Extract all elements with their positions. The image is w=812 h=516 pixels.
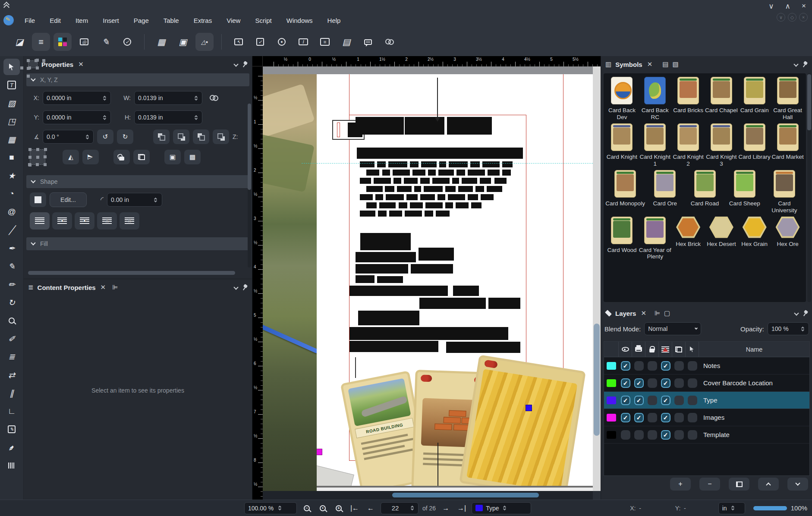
- lower-icon[interactable]: [193, 129, 209, 144]
- layer-outline-checkbox[interactable]: [672, 413, 686, 422]
- symbol-item[interactable]: Card Grain: [738, 77, 771, 121]
- default-shapes-icon[interactable]: △▪: [195, 33, 214, 51]
- layer-color-swatch[interactable]: [607, 431, 616, 439]
- symbol-item[interactable]: Card Knight 2: [672, 123, 705, 167]
- eye-dropper-icon[interactable]: ✒: [3, 439, 20, 456]
- insert-text-frame-icon[interactable]: T: [3, 77, 20, 93]
- layer-select-checkbox[interactable]: [686, 430, 699, 440]
- symbol-item[interactable]: Card Sheep: [725, 170, 765, 214]
- symbol-item[interactable]: Hex Brick: [672, 217, 705, 261]
- layer-flow-checkbox[interactable]: ✓: [659, 396, 672, 405]
- layer-row[interactable]: ✓✓Notes: [604, 357, 809, 374]
- corner-radius-input[interactable]: 0.00 in: [107, 193, 162, 207]
- symbols-close-icon[interactable]: ✕: [647, 60, 653, 68]
- column-print-icon[interactable]: [632, 342, 645, 357]
- layer-outline-checkbox[interactable]: [672, 361, 686, 371]
- ruler-origin-corner[interactable]: [252, 56, 263, 66]
- section-fill[interactable]: Fill: [26, 237, 249, 250]
- insert-table-icon[interactable]: ▦: [3, 131, 20, 148]
- insert-image-frame-icon[interactable]: ▧: [3, 95, 20, 111]
- link-text-frames-icon[interactable]: ⇄: [3, 367, 20, 383]
- insert-bezier-curve-icon[interactable]: ✒: [3, 240, 20, 256]
- layer-select-checkbox[interactable]: [686, 396, 699, 405]
- layer-color-swatch[interactable]: [607, 414, 616, 422]
- menu-extras[interactable]: Extras: [188, 15, 218, 26]
- edit-shape-icon[interactable]: ✎: [3, 421, 20, 437]
- layer-flow-checkbox[interactable]: ✓: [659, 430, 672, 440]
- link-annotation-icon[interactable]: [381, 33, 399, 51]
- h-input[interactable]: 0.0139 in: [134, 110, 202, 124]
- layer-color-swatch[interactable]: [607, 396, 616, 404]
- symbol-item[interactable]: Hex Desert: [705, 217, 738, 261]
- rotate-cw-icon[interactable]: ↻: [117, 129, 133, 144]
- symbol-item[interactable]: Card Ore: [645, 170, 685, 214]
- layers-menu-chevron-icon[interactable]: [795, 310, 798, 317]
- layer-flow-checkbox[interactable]: ✓: [659, 361, 672, 371]
- insert-polygon-icon[interactable]: ★: [3, 167, 20, 184]
- layer-row[interactable]: ✓✓✓Type: [604, 392, 809, 409]
- type-layer-marker[interactable]: [526, 405, 532, 411]
- canvas-workspace[interactable]: ROAD BUILDING: [263, 66, 593, 491]
- window-close-icon[interactable]: ×: [802, 2, 806, 11]
- insert-frame-locked-icon[interactable]: ▣: [174, 33, 192, 51]
- lock-size-icon[interactable]: [133, 150, 150, 164]
- pdf-push-button-icon[interactable]: ↖: [230, 33, 248, 51]
- blend-mode-select[interactable]: Normal: [644, 322, 701, 335]
- layer-lock-checkbox[interactable]: [645, 378, 659, 388]
- menu-windows[interactable]: Windows: [281, 15, 318, 26]
- window-maximize-icon[interactable]: ∧: [785, 2, 790, 11]
- layer-select-checkbox[interactable]: [686, 361, 699, 371]
- menu-page[interactable]: Page: [128, 15, 154, 26]
- insert-line-icon[interactable]: ╱: [3, 222, 20, 238]
- properties-pin-icon[interactable]: [240, 60, 249, 68]
- zoom-100-icon[interactable]: •: [317, 503, 329, 514]
- images-layer-marker[interactable]: [317, 449, 322, 455]
- insert-calligraphic-line-icon[interactable]: ✏: [3, 276, 20, 293]
- link-wh-icon[interactable]: [206, 91, 222, 105]
- active-layer-select[interactable]: Type: [472, 502, 531, 514]
- section-shape[interactable]: Shape: [26, 175, 249, 188]
- edit-text-story-editor-icon[interactable]: ≣: [3, 349, 20, 365]
- zoom-level-input[interactable]: 100.00 %: [244, 502, 297, 514]
- edit-image-icon[interactable]: ✎: [97, 33, 115, 51]
- layer-lock-checkbox[interactable]: [645, 396, 659, 405]
- pdf-list-box-icon[interactable]: ≡: [316, 33, 334, 51]
- layer-visible-checkbox[interactable]: ✓: [619, 378, 632, 388]
- text-flow-bounding-icon[interactable]: ▲: [75, 212, 94, 230]
- x-input[interactable]: 0.0000 in: [43, 91, 111, 105]
- properties-menu-chevron-icon[interactable]: [234, 61, 238, 68]
- mdi-restore-icon[interactable]: ◇: [788, 13, 796, 22]
- layer-select-checkbox[interactable]: [686, 413, 699, 422]
- symbol-item[interactable]: Card Year of Plenty: [639, 217, 672, 261]
- next-page-icon[interactable]: →: [440, 503, 452, 514]
- delete-layer-button[interactable]: −: [699, 478, 720, 491]
- layer-row[interactable]: ✓✓✓Images: [604, 409, 809, 426]
- flip-horizontal-icon[interactable]: ◭: [63, 150, 79, 164]
- update-document-icon[interactable]: ✓: [118, 33, 136, 51]
- lower-layer-button[interactable]: [787, 478, 808, 491]
- symbols-pin-icon[interactable]: [800, 60, 809, 68]
- layer-lock-checkbox[interactable]: [645, 430, 659, 440]
- zoom-icon[interactable]: [3, 312, 20, 329]
- content-properties-close-icon[interactable]: ✕: [101, 283, 106, 291]
- insert-shape-icon[interactable]: ■: [3, 149, 20, 166]
- raise-to-top-icon[interactable]: [153, 129, 170, 144]
- menu-edit[interactable]: Edit: [44, 15, 66, 26]
- pdf-combo-box-icon[interactable]: ▤: [337, 33, 356, 51]
- menu-table[interactable]: Table: [158, 15, 185, 26]
- symbol-item[interactable]: Card Monopoly: [605, 170, 645, 214]
- properties-close-icon[interactable]: ✕: [78, 60, 84, 68]
- layers-outline-icon[interactable]: ▢: [664, 309, 670, 317]
- layer-visible-checkbox[interactable]: [619, 430, 632, 440]
- canvas-hscrollbar[interactable]: [263, 491, 593, 500]
- text-flow-image-icon[interactable]: △: [120, 212, 139, 230]
- symbol-item[interactable]: Hex Grain: [738, 217, 771, 261]
- document-page[interactable]: ROAD BUILDING: [317, 74, 593, 486]
- insert-freehand-line-icon[interactable]: ✎: [3, 258, 20, 274]
- content-properties-align-icon[interactable]: ⊫: [112, 283, 118, 291]
- raise-layer-button[interactable]: [758, 478, 779, 491]
- layer-row[interactable]: ✓Template: [604, 426, 809, 444]
- symbol-item[interactable]: Card Road: [685, 170, 724, 214]
- menu-script[interactable]: Script: [249, 15, 277, 26]
- layer-print-checkbox[interactable]: [632, 361, 645, 371]
